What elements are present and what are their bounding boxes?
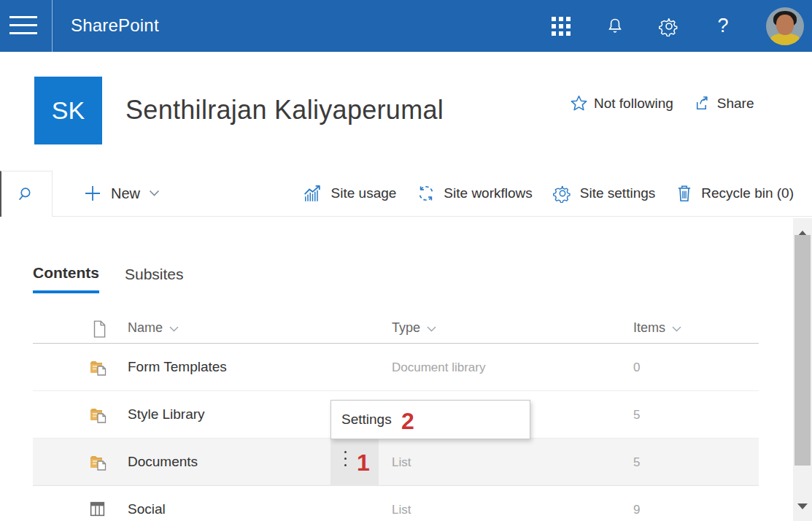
app-title: SharePoint bbox=[71, 15, 159, 36]
column-header-items[interactable]: Items bbox=[633, 320, 681, 336]
star-icon bbox=[570, 94, 588, 112]
page-title: Senthilrajan Kaliyaperumal bbox=[125, 95, 444, 126]
triangle-down-icon bbox=[797, 503, 808, 520]
column-header-type[interactable]: Type bbox=[392, 320, 436, 336]
site-usage-icon bbox=[302, 184, 323, 203]
settings-gear-icon bbox=[553, 184, 572, 203]
annotation-marker-1: 1 bbox=[357, 451, 370, 474]
chevron-down-icon bbox=[672, 326, 681, 332]
search-button[interactable] bbox=[0, 171, 53, 217]
row-name[interactable]: Social bbox=[128, 501, 166, 517]
row-name[interactable]: Style Library bbox=[128, 406, 205, 422]
row-items: 9 bbox=[633, 503, 640, 517]
context-menu: Settings 2 bbox=[330, 400, 530, 439]
plus-icon bbox=[84, 185, 101, 202]
suite-icon-group: ? bbox=[550, 0, 812, 52]
share-button[interactable]: Share bbox=[693, 94, 754, 112]
list-table-icon bbox=[88, 500, 107, 518]
row-items: 5 bbox=[633, 455, 640, 470]
context-menu-item-settings[interactable]: Settings bbox=[331, 401, 530, 439]
row-items: 5 bbox=[633, 408, 640, 422]
site-usage-button[interactable]: Site usage bbox=[302, 184, 397, 203]
document-library-icon bbox=[88, 358, 108, 377]
share-label: Share bbox=[717, 96, 754, 112]
table-row-documents[interactable]: Documents 1 List 5 bbox=[33, 439, 759, 486]
vertical-scrollbar[interactable] bbox=[793, 218, 812, 521]
chevron-down-icon bbox=[427, 326, 436, 332]
new-button[interactable]: New bbox=[84, 171, 160, 216]
site-workflows-icon bbox=[417, 184, 436, 203]
site-workflows-button[interactable]: Site workflows bbox=[417, 184, 532, 203]
row-items: 0 bbox=[633, 360, 640, 375]
header-actions: Not following Share bbox=[570, 94, 754, 112]
command-bar-right: Site usage Site workflows Site settings bbox=[282, 171, 794, 216]
tab-subsites[interactable]: Subsites bbox=[125, 264, 184, 293]
follow-button[interactable]: Not following bbox=[570, 94, 673, 112]
table-header: Name Type Items bbox=[33, 317, 759, 344]
site-logo[interactable]: SK bbox=[34, 77, 102, 144]
suite-bar-divider bbox=[52, 0, 53, 52]
gear-icon[interactable] bbox=[658, 15, 680, 37]
row-name[interactable]: Documents bbox=[128, 454, 198, 470]
row-ellipsis-button[interactable]: 1 bbox=[330, 439, 379, 486]
row-type: List bbox=[392, 455, 411, 470]
chevron-down-icon bbox=[169, 326, 179, 332]
table-row-form-templates[interactable]: Form Templates Document library 0 bbox=[33, 344, 759, 391]
recycle-bin-button[interactable]: Recycle bin (0) bbox=[676, 184, 794, 203]
site-settings-label: Site settings bbox=[580, 185, 656, 201]
column-header-name[interactable]: Name bbox=[128, 320, 179, 336]
row-type: Document library bbox=[392, 360, 486, 375]
document-library-icon bbox=[88, 405, 108, 425]
search-icon bbox=[18, 185, 36, 204]
command-bar: New Site usage Site workflows bbox=[0, 171, 812, 217]
suite-bar: SharePoint ? bbox=[0, 0, 812, 52]
triangle-up-icon bbox=[797, 220, 808, 236]
table-row-social[interactable]: Social List 9 bbox=[33, 486, 759, 521]
scroll-up-button[interactable] bbox=[793, 218, 812, 231]
scroll-down-button[interactable] bbox=[793, 508, 812, 521]
new-label: New bbox=[111, 185, 140, 202]
tab-contents[interactable]: Contents bbox=[33, 264, 99, 293]
site-settings-button[interactable]: Site settings bbox=[553, 184, 656, 203]
help-icon[interactable]: ? bbox=[712, 15, 734, 37]
site-usage-label: Site usage bbox=[331, 185, 397, 201]
row-type: List bbox=[392, 503, 411, 517]
follow-label: Not following bbox=[594, 96, 673, 112]
share-icon bbox=[693, 94, 711, 112]
ellipsis-vertical-icon bbox=[344, 451, 347, 471]
user-avatar[interactable] bbox=[766, 7, 804, 45]
site-workflows-label: Site workflows bbox=[444, 185, 532, 201]
bell-icon[interactable] bbox=[604, 15, 626, 37]
recycle-bin-label: Recycle bin (0) bbox=[701, 185, 794, 201]
annotation-marker-2: 2 bbox=[401, 409, 414, 433]
document-icon bbox=[91, 320, 107, 339]
row-name[interactable]: Form Templates bbox=[128, 359, 227, 375]
recycle-bin-icon bbox=[676, 184, 693, 203]
view-tabs: Contents Subsites bbox=[33, 264, 209, 293]
hamburger-icon[interactable] bbox=[9, 16, 37, 36]
document-library-icon bbox=[88, 452, 108, 472]
chevron-down-icon bbox=[149, 190, 160, 197]
scrollbar-thumb[interactable] bbox=[794, 235, 811, 466]
app-launcher-icon[interactable] bbox=[550, 15, 572, 37]
